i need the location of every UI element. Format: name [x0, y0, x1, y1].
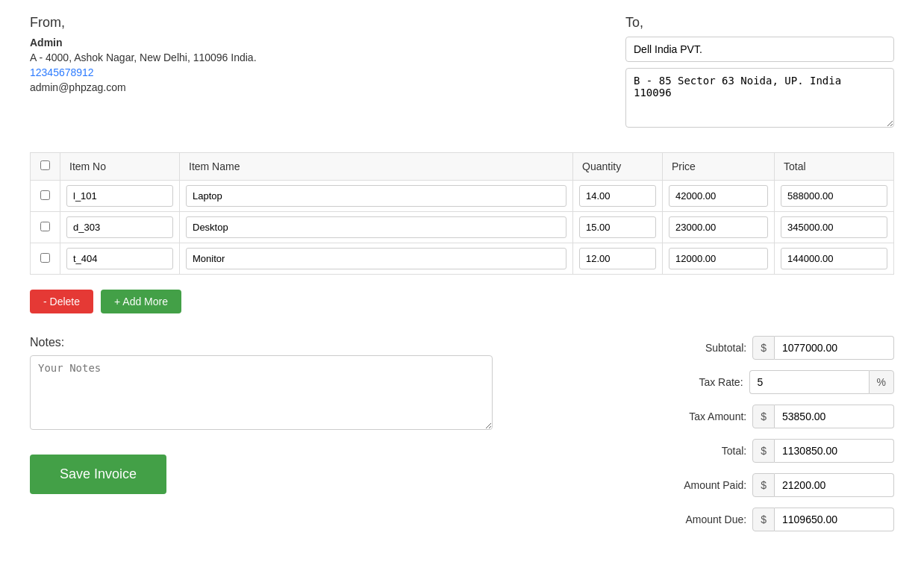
tax-amount-label: Tax Amount:	[657, 410, 746, 422]
tax-amount-input-group: $	[752, 405, 894, 428]
total-label: Total:	[657, 445, 746, 457]
percent-symbol: %	[869, 370, 894, 394]
row-item-name-input-1[interactable]	[186, 216, 566, 238]
amount-due-input-group: $	[752, 508, 894, 531]
row-price-input-0[interactable]	[669, 185, 768, 207]
row-checkbox-0[interactable]	[40, 190, 50, 200]
table-row	[31, 212, 894, 243]
table-row	[31, 243, 894, 275]
totals-section: Subtotal: $ Tax Rate: % Tax Amount: $ To…	[618, 336, 894, 542]
row-checkbox-1[interactable]	[40, 222, 50, 231]
header-total: Total	[775, 153, 894, 181]
row-checkbox-cell	[31, 243, 60, 275]
tax-rate-label: Tax Rate:	[654, 376, 743, 388]
row-price-cell	[663, 243, 775, 275]
row-item-no-cell	[60, 181, 180, 212]
row-item-name-cell	[180, 243, 573, 275]
row-total-cell	[775, 181, 894, 212]
subtotal-input-group: $	[752, 336, 894, 360]
row-total-input-0[interactable]	[781, 185, 887, 207]
subtotal-input[interactable]	[775, 336, 894, 360]
header-item-name: Item Name	[180, 153, 573, 181]
row-quantity-cell	[573, 212, 663, 243]
row-price-cell	[663, 212, 775, 243]
subtotal-row: Subtotal: $	[618, 336, 894, 360]
from-label: From,	[30, 15, 462, 31]
row-quantity-input-1[interactable]	[579, 216, 656, 238]
amount-due-row: Amount Due: $	[618, 508, 894, 531]
tax-amount-row: Tax Amount: $	[618, 405, 894, 428]
row-item-name-cell	[180, 212, 573, 243]
row-checkbox-cell	[31, 181, 60, 212]
amount-due-dollar-symbol: $	[752, 508, 775, 531]
header-price: Price	[663, 153, 775, 181]
subtotal-label: Subtotal:	[657, 342, 746, 354]
save-section: Save Invoice	[30, 455, 493, 494]
row-quantity-cell	[573, 243, 663, 275]
row-total-cell	[775, 212, 894, 243]
amount-paid-dollar-symbol: $	[752, 473, 775, 497]
save-invoice-button[interactable]: Save Invoice	[30, 455, 166, 494]
total-row: Total: $	[618, 439, 894, 463]
table-row	[31, 181, 894, 212]
from-name: Admin	[30, 37, 462, 49]
add-more-button[interactable]: + Add More	[101, 290, 181, 313]
row-checkbox-cell	[31, 212, 60, 243]
notes-input[interactable]	[30, 355, 493, 430]
amount-paid-row: Amount Paid: $	[618, 473, 894, 497]
notes-section: Notes: Save Invoice	[30, 336, 493, 494]
row-item-name-input-2[interactable]	[186, 248, 566, 269]
amount-paid-input-group: $	[752, 473, 894, 497]
amount-paid-label: Amount Paid:	[657, 479, 746, 491]
notes-label: Notes:	[30, 336, 493, 349]
row-item-no-cell	[60, 212, 180, 243]
row-total-cell	[775, 243, 894, 275]
row-price-input-2[interactable]	[669, 248, 768, 269]
to-section: To, B - 85 Sector 63 Noida, UP. India 11…	[462, 15, 894, 130]
row-total-input-2[interactable]	[781, 248, 887, 269]
row-total-input-1[interactable]	[781, 216, 887, 238]
from-address: A - 4000, Ashok Nagar, New Delhi, 110096…	[30, 51, 462, 63]
row-item-no-input-0[interactable]	[66, 185, 173, 207]
tax-rate-input-group: %	[749, 370, 894, 394]
header-item-no: Item No	[60, 153, 180, 181]
amount-paid-input[interactable]	[775, 473, 894, 497]
row-quantity-input-0[interactable]	[579, 185, 656, 207]
to-label: To,	[625, 15, 894, 31]
row-quantity-cell	[573, 181, 663, 212]
tax-rate-input[interactable]	[749, 370, 869, 394]
total-dollar-symbol: $	[752, 439, 775, 463]
action-buttons-row: - Delete + Add More	[30, 290, 894, 313]
items-table-section: Item No Item Name Quantity Price Total	[30, 152, 894, 275]
header-checkbox-cell	[31, 153, 60, 181]
items-table: Item No Item Name Quantity Price Total	[30, 152, 894, 275]
row-quantity-input-2[interactable]	[579, 248, 656, 269]
row-item-no-input-2[interactable]	[66, 248, 173, 269]
to-address-input[interactable]: B - 85 Sector 63 Noida, UP. India 110096	[625, 68, 894, 128]
header-quantity: Quantity	[573, 153, 663, 181]
row-item-no-cell	[60, 243, 180, 275]
delete-button[interactable]: - Delete	[30, 290, 93, 313]
from-phone: 12345678912	[30, 66, 462, 78]
to-company-input[interactable]	[625, 37, 894, 62]
amount-due-input[interactable]	[775, 508, 894, 531]
row-price-cell	[663, 181, 775, 212]
tax-amount-input[interactable]	[775, 405, 894, 428]
row-checkbox-2[interactable]	[40, 253, 50, 263]
subtotal-dollar-symbol: $	[752, 336, 775, 360]
select-all-checkbox[interactable]	[40, 160, 50, 170]
row-item-name-cell	[180, 181, 573, 212]
total-input-group: $	[752, 439, 894, 463]
total-input[interactable]	[775, 439, 894, 463]
bottom-section: Notes: Save Invoice Subtotal: $ Tax Rate…	[30, 336, 894, 542]
row-price-input-1[interactable]	[669, 216, 768, 238]
amount-due-label: Amount Due:	[657, 513, 746, 525]
from-email: admin@phpzag.com	[30, 81, 462, 93]
tax-rate-row: Tax Rate: %	[618, 370, 894, 394]
row-item-no-input-1[interactable]	[66, 216, 173, 238]
from-section: From, Admin A - 4000, Ashok Nagar, New D…	[30, 15, 462, 130]
row-item-name-input-0[interactable]	[186, 185, 566, 207]
tax-amount-dollar-symbol: $	[752, 405, 775, 428]
